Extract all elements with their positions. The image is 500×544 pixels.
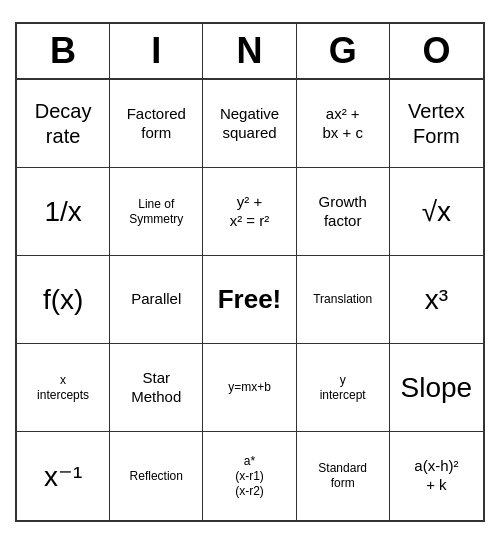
- header-letter: B: [17, 24, 110, 78]
- standard-form: Standardform: [297, 432, 390, 520]
- x-cubed: x³: [390, 256, 483, 344]
- line-of-symmetry: Line ofSymmetry: [110, 168, 203, 256]
- growth-factor: Growthfactor: [297, 168, 390, 256]
- header-letter: O: [390, 24, 483, 78]
- x-intercepts: xintercepts: [17, 344, 110, 432]
- y-mx-b: y=mx+b: [203, 344, 296, 432]
- bingo-card: BINGO DecayrateFactoredformNegativesquar…: [15, 22, 485, 522]
- slope: Slope: [390, 344, 483, 432]
- header-letter: N: [203, 24, 296, 78]
- x-neg1: x⁻¹: [17, 432, 110, 520]
- a-x-r1-x-r2: a*(x-r1)(x-r2): [203, 432, 296, 520]
- vertex-form: VertexForm: [390, 80, 483, 168]
- star-method: StarMethod: [110, 344, 203, 432]
- parallel: Parallel: [110, 256, 203, 344]
- negative-squared: Negativesquared: [203, 80, 296, 168]
- decay-rate: Decayrate: [17, 80, 110, 168]
- header-letter: G: [297, 24, 390, 78]
- reflection: Reflection: [110, 432, 203, 520]
- y-intercept: yintercept: [297, 344, 390, 432]
- a-x-h-squared-k: a(x-h)²+ k: [390, 432, 483, 520]
- factored-form: Factoredform: [110, 80, 203, 168]
- translation: Translation: [297, 256, 390, 344]
- y2-x2-r2: y² +x² = r²: [203, 168, 296, 256]
- header-letter: I: [110, 24, 203, 78]
- free: Free!: [203, 256, 296, 344]
- bingo-header: BINGO: [17, 24, 483, 80]
- fx: f(x): [17, 256, 110, 344]
- bingo-grid: DecayrateFactoredformNegativesquaredax² …: [17, 80, 483, 520]
- sqrt-x: √x: [390, 168, 483, 256]
- ax2-bxc: ax² +bx + c: [297, 80, 390, 168]
- one-over-x: 1/x: [17, 168, 110, 256]
